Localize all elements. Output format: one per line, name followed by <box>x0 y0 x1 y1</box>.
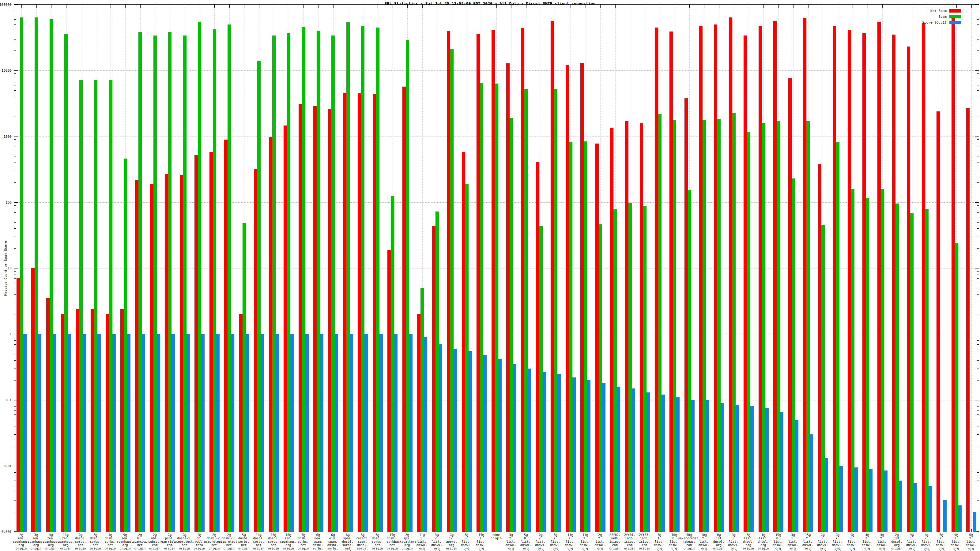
bar-not-spam <box>684 98 688 532</box>
bar-not-spam <box>566 65 569 532</box>
bar-score <box>305 334 309 532</box>
y-minor-tick <box>977 209 979 209</box>
bar-not-spam <box>313 106 317 532</box>
y-minor-tick <box>14 209 16 209</box>
y-minor-tick <box>14 85 16 86</box>
rbl-statistics-chart: RBL Statistics - Sat Jul 25 12:58:09 EDT… <box>0 0 980 551</box>
bar-not-spam <box>699 26 703 532</box>
bar-spam <box>717 119 721 532</box>
y-tick-label: 100000 <box>0 3 12 6</box>
bar-not-spam <box>358 94 361 532</box>
y-major-tick <box>975 137 979 137</box>
bar-not-spam <box>283 125 287 532</box>
y-minor-tick <box>14 19 16 20</box>
y-minor-tick <box>977 294 979 295</box>
bar-spam <box>613 210 617 532</box>
y-minor-tick <box>977 275 979 275</box>
y-minor-tick <box>14 217 16 218</box>
bar-score <box>765 408 769 532</box>
y-minor-tick <box>977 11 979 11</box>
bar-spam <box>554 89 557 532</box>
bar-score <box>943 500 947 532</box>
x-tick <box>689 5 690 8</box>
x-tick <box>645 5 645 8</box>
bar-spam <box>420 288 424 532</box>
y-minor-tick <box>977 39 979 40</box>
bar-spam <box>539 226 542 532</box>
bar-not-spam <box>210 152 213 532</box>
bar-score <box>142 334 145 532</box>
x-tick <box>318 5 318 8</box>
bar-not-spam <box>744 35 747 532</box>
x-tick <box>823 5 823 8</box>
y-minor-tick <box>977 481 979 481</box>
y-minor-tick <box>977 73 979 74</box>
bar-not-spam <box>521 28 524 532</box>
y-minor-tick <box>977 205 979 206</box>
y-tick-label: 0.01 <box>0 464 12 468</box>
y-major-tick <box>975 400 979 400</box>
bar-spam <box>776 121 780 532</box>
x-tick <box>882 5 883 8</box>
bar-spam <box>64 34 68 532</box>
y-minor-tick <box>14 248 16 249</box>
bar-not-spam <box>373 94 376 532</box>
y-minor-tick <box>977 19 979 20</box>
y-minor-tick <box>14 171 16 171</box>
y-minor-tick <box>14 380 16 381</box>
bar-not-spam <box>402 87 406 532</box>
bar-score <box>38 334 41 532</box>
bar-spam <box>49 19 53 532</box>
bar-not-spam <box>833 26 836 532</box>
y-minor-tick <box>977 171 979 171</box>
bar-not-spam <box>462 152 465 532</box>
y-minor-tick <box>14 512 16 512</box>
v-gridline <box>971 5 972 532</box>
bar-score <box>528 368 531 532</box>
y-minor-tick <box>14 39 16 40</box>
bar-not-spam <box>76 309 79 532</box>
bar-spam <box>762 123 765 532</box>
bar-not-spam <box>951 17 955 532</box>
x-tick <box>333 5 334 8</box>
bar-spam <box>406 40 409 532</box>
bar-not-spam <box>759 26 762 532</box>
bar-score <box>216 334 220 532</box>
bar-not-spam <box>966 108 970 532</box>
x-tick <box>571 5 571 8</box>
y-minor-tick <box>977 151 979 151</box>
y-minor-tick <box>14 139 16 140</box>
bar-score <box>409 334 412 532</box>
y-minor-tick <box>977 337 979 337</box>
bar-spam <box>836 142 840 532</box>
bar-score <box>364 334 368 532</box>
bar-score <box>825 458 828 532</box>
legend-swatch <box>950 15 961 18</box>
bar-spam <box>628 203 632 532</box>
bar-score <box>632 389 635 532</box>
bar-score <box>320 334 323 532</box>
x-tick <box>37 5 37 8</box>
bar-spam <box>896 203 899 532</box>
legend-label: Not Spam <box>931 9 947 13</box>
bar-spam <box>643 206 646 532</box>
y-tick-label: 10 <box>0 267 12 270</box>
x-tick <box>675 5 675 8</box>
y-minor-tick <box>977 183 979 183</box>
bar-score <box>573 378 576 532</box>
x-tick <box>556 5 556 8</box>
bar-spam <box>168 32 172 532</box>
legend-row: Score (0..1) <box>923 20 961 25</box>
bar-not-spam <box>506 64 510 532</box>
bar-not-spam <box>343 93 346 532</box>
y-minor-tick <box>977 278 979 279</box>
bar-score <box>453 349 457 532</box>
x-tick <box>496 5 497 8</box>
bar-score <box>68 334 71 532</box>
y-minor-tick <box>977 349 979 349</box>
x-tick <box>51 5 51 8</box>
bar-not-spam <box>254 169 257 532</box>
bar-score <box>275 334 279 532</box>
bar-spam <box>792 178 795 532</box>
bar-not-spam <box>670 32 673 532</box>
